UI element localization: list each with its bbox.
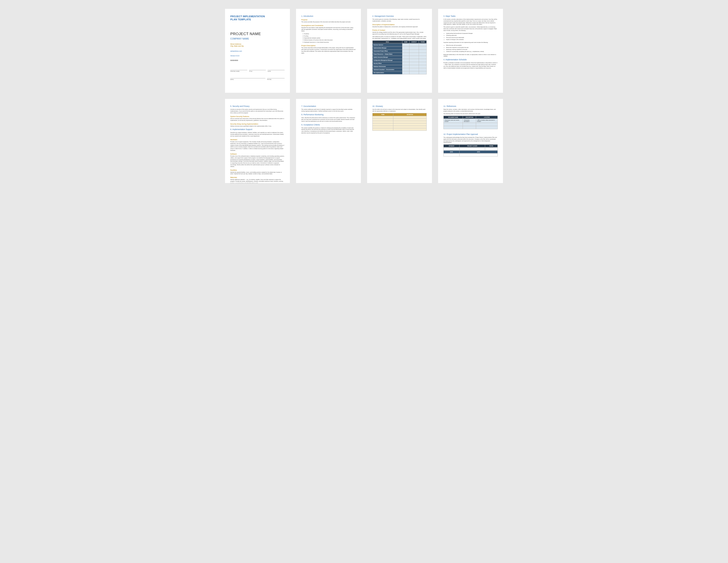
col-docname: DOCUMENT NAME: [444, 116, 463, 118]
name-cell: [402, 46, 409, 49]
table-row: Business Sponsor: [373, 43, 427, 46]
section-10-title: 10. Glossary: [372, 105, 427, 107]
hardware-body: Provide a list of support equipment. Thi…: [230, 141, 285, 151]
section-12-title: 12. Project Implementation Plan Approval: [443, 133, 498, 135]
contact-cell: [409, 65, 419, 68]
list-item: Resources required to accomplish the tas…: [446, 47, 498, 48]
name-cell: [402, 43, 409, 46]
glossary-table: TERM DEFINITION: [372, 113, 427, 131]
name-cell: [402, 71, 409, 74]
section-4-body: Provide a schedule of activities to be a…: [443, 62, 498, 69]
section-4-title: 4. Implementation Schedule: [443, 58, 498, 61]
template-title-line2: PLAN TEMPLATE: [230, 18, 251, 21]
address-line1: Street Address: [230, 43, 241, 45]
def-cell: [393, 126, 426, 128]
sys-sec-body: Give an overview and a discussion of the…: [230, 118, 285, 121]
date-cell: DATE: [444, 150, 460, 153]
col-contact: CONTACT: [409, 40, 419, 43]
poc-body: Identify the strategy leader(s) and the …: [372, 32, 427, 35]
docname-cell: [444, 126, 463, 129]
list-item: Impact of change to the schedule: [446, 39, 498, 40]
signature-row-1: PRINTED NAME TITLE DATE: [230, 70, 285, 72]
role-cell: Database Administrator: [373, 65, 402, 68]
table-row: Site Implementation: [373, 71, 427, 74]
contact-cell: [409, 53, 419, 56]
section-5-title: 5. Security and Privacy: [230, 105, 285, 107]
desc-impl-heading: Description of Implementation: [372, 24, 427, 25]
table-row: Government Project Officer: [373, 49, 427, 53]
name-cell: [402, 68, 409, 71]
role-cell: Business Sponsor: [373, 43, 402, 46]
section-2-title: 2. Management Overview: [372, 15, 427, 17]
section-7-title: 7. Documentation: [301, 105, 356, 107]
list-item: Necessary training materials for the tas…: [446, 49, 498, 50]
docname-cell: [444, 123, 463, 126]
table-row: [373, 116, 427, 118]
phone-cell: [419, 56, 426, 59]
sig-email: EMAIL: [230, 78, 265, 80]
role-cell: Government Project Officer: [373, 49, 402, 53]
term-cell: [373, 128, 393, 131]
section-8-body: Here, describe the performance will be n…: [301, 117, 356, 122]
tasks-list-1: Implementing the/transitional of propose…: [446, 32, 498, 41]
loc-cell: [476, 123, 498, 126]
version: Version 0.0.0: [230, 55, 285, 56]
contact-cell: [409, 56, 419, 59]
section-12-body: The undersigned acknowledge that they ha…: [443, 137, 498, 143]
phone-cell: [485, 147, 498, 150]
col-sponsor: SPONSOR: [444, 145, 460, 147]
table-row: [373, 118, 427, 121]
name-cell: [402, 56, 409, 59]
template-title-line1: PROJECT IMPLEMENTATION: [230, 15, 265, 18]
role-cell: Project Resources — Subject Matter: [373, 53, 402, 56]
section-3-mid: Important reporting information for the …: [443, 42, 498, 43]
table-row: Implementation Manager: [373, 46, 427, 49]
table-header-row: SPONSOR PROJECT LEADER PHONE: [444, 145, 498, 147]
col-term: TERM: [373, 113, 393, 116]
assumptions-heading: Assumptions and Constraints: [301, 25, 356, 26]
role-cell: Quality Assurance Manager: [373, 56, 402, 59]
section-3-body3: Elaborate additionally on the informatio…: [443, 54, 498, 57]
list-item: Implementing the/transitional of propose…: [446, 32, 498, 34]
role-cell: Site Implementation: [373, 71, 402, 74]
section-7-body: This section addresses each level of mat…: [301, 109, 356, 112]
sig-printed-name: PRINTED NAME: [230, 70, 247, 72]
table-row: <Document name and version number> <Docu…: [444, 118, 498, 123]
phone-cell: [419, 68, 426, 71]
table-row: [444, 123, 498, 126]
page-security-support: 5. Security and Privacy Include an overv…: [225, 99, 290, 183]
role-cell: Implementation Manager: [373, 46, 402, 49]
sig-date: DATE: [268, 70, 285, 72]
section-6-body: Describe any support hardware, software,…: [230, 132, 285, 137]
phone-cell: [419, 43, 426, 46]
table-row: Configuration Management Manager: [373, 59, 427, 62]
section-11-body1: State the names, numbers, order, descrip…: [443, 109, 498, 112]
role-cell: Security Officer: [373, 62, 402, 65]
template-title: PROJECT IMPLEMENTATION PLAN TEMPLATE: [230, 15, 285, 21]
section-5-body: Include an overview of the system securi…: [230, 109, 285, 114]
list-item: Time and resource per deliverable: [446, 37, 498, 38]
section-9-body: This section specifies the process or cr…: [301, 127, 356, 134]
section-11-title: 11. References: [443, 105, 498, 107]
contact-cell: [409, 68, 419, 71]
table-row: [373, 128, 427, 131]
address: Street Address City, State and Zip: [230, 43, 285, 47]
desc-cell: [463, 126, 476, 129]
phone-cell: [419, 53, 426, 56]
table-header-row: ROLE NAME CONTACT PHONE: [373, 40, 427, 43]
desc-cell: [463, 123, 476, 126]
list-item: Obtaining approvals: [446, 34, 498, 36]
materials-body: Identify additional materials — e.g., fo…: [230, 179, 285, 183]
signature-row-2: EMAIL PHONE: [230, 78, 285, 80]
leader-cell: [460, 153, 498, 156]
col-definition: DEFINITION: [393, 113, 426, 116]
phone-cell: [419, 49, 426, 53]
company-name: COMPANY NAME: [230, 38, 285, 40]
col-location: LOCATION: [476, 116, 498, 118]
section-8-title: 8. Performance Monitoring: [301, 113, 356, 116]
project-desc-body: This section describes all the principal…: [301, 47, 356, 54]
table-row: [444, 126, 498, 129]
contact-cell: [409, 49, 419, 53]
sig-phone: PHONE: [267, 78, 285, 80]
sig-title: TITLE: [249, 70, 266, 72]
